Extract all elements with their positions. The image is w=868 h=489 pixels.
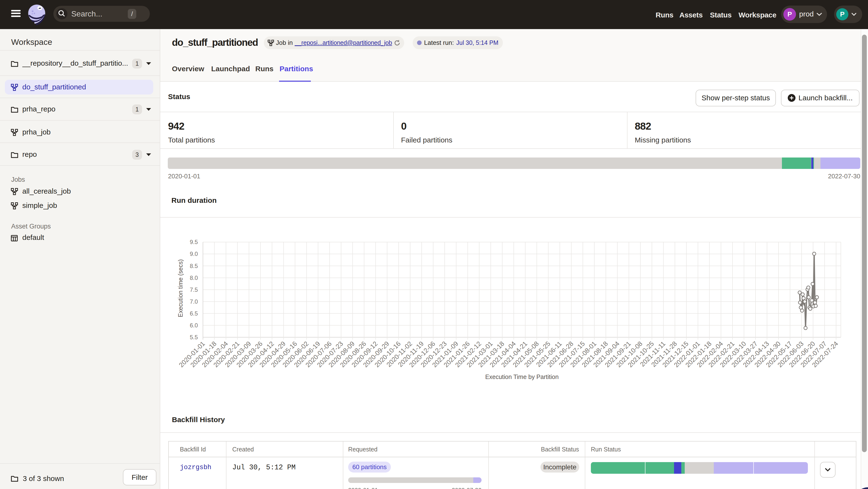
svg-text:7.0: 7.0 xyxy=(190,298,198,304)
svg-text:7.5: 7.5 xyxy=(190,286,198,293)
svg-text:Execution time (secs): Execution time (secs) xyxy=(177,259,184,317)
svg-text:9.5: 9.5 xyxy=(190,239,198,245)
svg-text:6.5: 6.5 xyxy=(190,310,198,317)
svg-text:8.5: 8.5 xyxy=(190,262,198,269)
svg-text:Execution Time by Partition: Execution Time by Partition xyxy=(485,373,559,380)
svg-text:9.0: 9.0 xyxy=(190,251,198,257)
svg-text:5.5: 5.5 xyxy=(190,334,198,340)
svg-text:6.0: 6.0 xyxy=(190,322,198,329)
svg-text:8.0: 8.0 xyxy=(190,274,198,281)
